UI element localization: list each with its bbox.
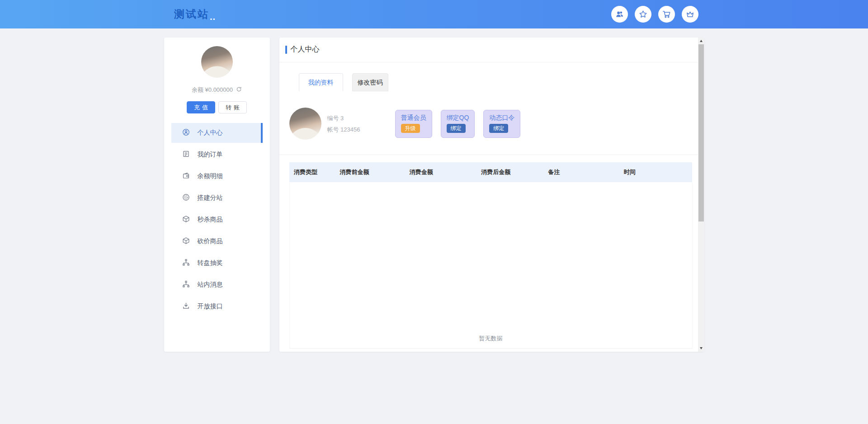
page-container: 余额 ¥0.000000 充值 转账 个人中心 我的订单 — [164, 38, 704, 352]
user-circle-icon — [182, 128, 190, 137]
table-column-header: 备注 — [543, 162, 619, 182]
section-divider — [279, 155, 704, 155]
site-logo-text: 测试站 — [174, 7, 209, 21]
empty-state-text: 暂无数据 — [479, 334, 503, 348]
top-header: 测试站.. — [0, 0, 868, 28]
sitemap-icon — [182, 280, 190, 289]
sidebar-item-label: 余额明细 — [198, 172, 223, 180]
sidebar-item-label: 搭建分站 — [198, 194, 223, 202]
sidebar-menu-item[interactable]: 我的订单 — [171, 145, 263, 165]
badge-action-button[interactable]: 绑定 — [447, 124, 466, 133]
cube-icon — [182, 215, 190, 224]
scrollbar-up-arrow-icon[interactable] — [698, 38, 704, 44]
balance-label: 余额 ¥0.000000 — [192, 86, 233, 94]
badge-group: 普通会员 升级 绑定QQ 绑定 动态口令 绑定 — [395, 110, 521, 138]
main-panel: 个人中心 我的资料 修改密码 编号 3 帐号 123456 — [279, 38, 704, 352]
table-header-row: 消费类型 消费前金额 消费金额 消费后金额 备注 时间 — [289, 162, 692, 182]
sidebar-menu-item[interactable]: 转盘抽奖 — [171, 253, 263, 273]
site-icon — [182, 193, 190, 203]
badge-title: 绑定QQ — [447, 114, 469, 121]
sidebar-menu-item[interactable]: 余额明细 — [171, 166, 263, 186]
site-logo[interactable]: 测试站.. — [174, 7, 216, 21]
sidebar-menu-item[interactable]: 砍价商品 — [171, 231, 263, 251]
table-column-header: 消费金额 — [405, 162, 477, 182]
balance-row: 余额 ¥0.000000 — [164, 86, 270, 94]
page-title: 个人中心 — [291, 45, 320, 54]
tab-label: 修改密码 — [358, 79, 383, 86]
sidebar-item-label: 个人中心 — [198, 129, 223, 137]
status-badge-card: 动态口令 绑定 — [483, 110, 520, 138]
download-icon — [182, 302, 190, 311]
wallet-icon — [182, 172, 190, 181]
refresh-icon[interactable] — [236, 86, 242, 94]
tab[interactable]: 修改密码 — [352, 73, 388, 91]
sidebar-menu-item[interactable]: 秒杀商品 — [171, 210, 263, 230]
tab[interactable]: 我的资料 — [299, 73, 343, 91]
sidebar: 余额 ¥0.000000 充值 转账 个人中心 我的订单 — [164, 38, 270, 352]
sidebar-menu: 个人中心 我的订单 余额明细 搭建分站 — [171, 123, 263, 316]
profile-account: 帐号 123456 — [327, 124, 371, 135]
recharge-button[interactable]: 充值 — [187, 101, 215, 113]
order-icon — [182, 150, 190, 159]
profile-section: 编号 3 帐号 123456 普通会员 升级 绑定QQ 绑定 — [289, 108, 704, 140]
vertical-scrollbar[interactable] — [698, 38, 704, 352]
scrollbar-thumb[interactable] — [698, 44, 704, 221]
profile-info: 编号 3 帐号 123456 — [327, 113, 371, 135]
title-divider — [279, 62, 704, 62]
users-icon[interactable] — [611, 6, 628, 23]
star-icon[interactable] — [635, 6, 651, 23]
profile-avatar[interactable] — [289, 108, 321, 140]
status-badge-card: 绑定QQ 绑定 — [441, 110, 475, 138]
badge-action-button[interactable]: 绑定 — [489, 124, 508, 133]
profile-id: 编号 3 — [327, 113, 371, 124]
cart-icon[interactable] — [658, 6, 675, 23]
header-icon-group — [611, 6, 698, 23]
tab-label: 我的资料 — [308, 79, 334, 86]
title-accent-bar — [285, 46, 287, 54]
sidebar-item-label: 我的订单 — [198, 151, 223, 159]
badge-action-button[interactable]: 升级 — [401, 124, 420, 133]
sidebar-item-label: 开放接口 — [198, 302, 223, 311]
table-empty-row: 暂无数据 — [289, 182, 692, 348]
tab-bar: 我的资料 修改密码 — [290, 73, 704, 91]
transfer-button[interactable]: 转账 — [218, 101, 247, 113]
sidebar-item-label: 秒杀商品 — [198, 216, 223, 224]
status-badge-card: 普通会员 升级 — [395, 110, 432, 138]
sidebar-menu-item[interactable]: 开放接口 — [171, 297, 263, 316]
panel-title-row: 个人中心 — [279, 38, 704, 54]
sidebar-menu-item[interactable]: 搭建分站 — [171, 188, 263, 208]
badge-title: 普通会员 — [401, 114, 426, 121]
badge-title: 动态口令 — [489, 114, 514, 121]
balance-actions: 充值 转账 — [164, 101, 270, 113]
sidebar-menu-item[interactable]: 站内消息 — [171, 275, 263, 295]
consumption-table-wrap: 消费类型 消费前金额 消费金额 消费后金额 备注 时间 — [289, 162, 693, 349]
sidebar-item-label: 转盘抽奖 — [198, 259, 223, 267]
consumption-table: 消费类型 消费前金额 消费金额 消费后金额 备注 时间 — [289, 162, 693, 349]
site-logo-dots: .. — [210, 12, 216, 21]
scrollbar-down-arrow-icon[interactable] — [698, 345, 704, 352]
sidebar-item-label: 砍价商品 — [198, 237, 223, 245]
table-column-header: 消费前金额 — [335, 162, 405, 182]
sidebar-item-label: 站内消息 — [198, 281, 223, 289]
sitemap-icon — [182, 259, 190, 268]
crown-icon[interactable] — [682, 6, 698, 23]
user-avatar[interactable] — [201, 46, 233, 78]
cube-icon — [182, 237, 190, 246]
sidebar-menu-item[interactable]: 个人中心 — [171, 123, 263, 143]
table-column-header: 消费后金额 — [476, 162, 543, 182]
table-column-header: 消费类型 — [289, 162, 335, 182]
table-column-header: 时间 — [619, 162, 692, 182]
